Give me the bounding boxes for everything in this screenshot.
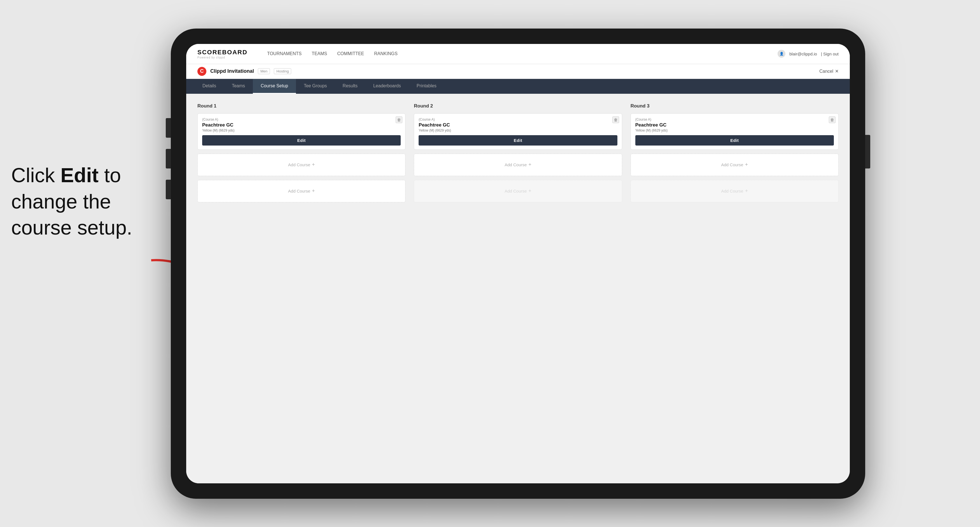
- rounds-grid: Round 1 🗑 (Course A) Peachtree GC Yellow…: [197, 103, 838, 206]
- event-bar: C Clippd Invitational Men Hosting Cancel…: [186, 64, 850, 79]
- round-3-course-label: (Course A): [635, 117, 834, 121]
- tab-printables[interactable]: Printables: [409, 79, 444, 94]
- main-content: Round 1 🗑 (Course A) Peachtree GC Yellow…: [186, 94, 850, 483]
- round-1-add-course-1[interactable]: Add Course +: [197, 154, 406, 176]
- annotation-text: Click Edit tochange thecourse setup.: [11, 162, 132, 241]
- nav-links: TOURNAMENTS TEAMS COMMITTEE RANKINGS: [267, 51, 764, 56]
- tab-leaderboards[interactable]: Leaderboards: [365, 79, 409, 94]
- round-1-add-icon-1: +: [312, 162, 315, 168]
- round-2-course-card: 🗑 (Course A) Peachtree GC Yellow (M) (66…: [414, 113, 622, 150]
- tab-results[interactable]: Results: [335, 79, 365, 94]
- gender-badge: Men: [258, 68, 270, 74]
- cancel-icon: ✕: [835, 68, 838, 74]
- nav-right: 👤 blair@clippd.io | Sign out: [778, 50, 838, 58]
- round-3-column: Round 3 🗑 (Course A) Peachtree GC Yellow…: [630, 103, 838, 206]
- round-1-add-course-2[interactable]: Add Course +: [197, 180, 406, 202]
- round-1-add-icon-2: +: [312, 188, 315, 194]
- cancel-label: Cancel: [819, 69, 833, 74]
- nav-teams[interactable]: TEAMS: [312, 51, 327, 56]
- user-email: blair@clippd.io: [789, 51, 817, 56]
- round-3-course-details: Yellow (M) (6629 yds): [635, 129, 834, 132]
- round-1-header: Round 1: [197, 103, 406, 109]
- nav-rankings[interactable]: RANKINGS: [374, 51, 398, 56]
- status-badge: Hosting: [274, 68, 291, 74]
- round-2-delete-button[interactable]: 🗑: [612, 116, 619, 123]
- volume-up-button[interactable]: [166, 118, 171, 138]
- round-2-add-course-1[interactable]: Add Course +: [414, 154, 622, 176]
- round-3-course-card: 🗑 (Course A) Peachtree GC Yellow (M) (66…: [630, 113, 838, 150]
- round-1-course-details: Yellow (M) (6629 yds): [202, 129, 401, 132]
- round-2-add-icon-1: +: [528, 162, 531, 168]
- round-2-column: Round 2 🗑 (Course A) Peachtree GC Yellow…: [414, 103, 622, 206]
- event-info: C Clippd Invitational Men Hosting: [197, 67, 291, 76]
- logo-area: SCOREBOARD Powered by clippd: [197, 49, 248, 59]
- round-2-edit-button[interactable]: Edit: [418, 135, 617, 146]
- round-2-course-name: Peachtree GC: [418, 122, 617, 128]
- tab-bar: Details Teams Course Setup Tee Groups Re…: [186, 79, 850, 94]
- round-1-add-label-1: Add Course: [288, 162, 310, 167]
- annotation-bold: Edit: [60, 164, 99, 186]
- round-3-add-icon-1: +: [745, 162, 748, 168]
- round-2-add-label-2: Add Course: [504, 189, 527, 194]
- round-1-course-name: Peachtree GC: [202, 122, 401, 128]
- round-1-column: Round 1 🗑 (Course A) Peachtree GC Yellow…: [197, 103, 406, 206]
- round-3-add-icon-2: +: [745, 188, 748, 194]
- sign-out-link[interactable]: | Sign out: [821, 51, 838, 56]
- event-logo: C: [197, 67, 206, 76]
- round-1-edit-button[interactable]: Edit: [202, 135, 401, 146]
- mute-button[interactable]: [166, 180, 171, 199]
- round-2-course-details: Yellow (M) (6629 yds): [418, 129, 617, 132]
- round-3-add-course-1[interactable]: Add Course +: [630, 154, 838, 176]
- tab-course-setup[interactable]: Course Setup: [253, 79, 296, 94]
- volume-down-button[interactable]: [166, 149, 171, 168]
- round-1-course-label: (Course A): [202, 117, 401, 121]
- round-3-delete-button[interactable]: 🗑: [829, 116, 835, 123]
- round-2-add-icon-2: +: [528, 188, 531, 194]
- round-3-edit-button[interactable]: Edit: [635, 135, 834, 146]
- round-2-add-course-2: Add Course +: [414, 180, 622, 202]
- round-3-add-label-2: Add Course: [721, 189, 743, 194]
- tablet-screen: SCOREBOARD Powered by clippd TOURNAMENTS…: [186, 44, 850, 483]
- round-3-course-name: Peachtree GC: [635, 122, 834, 128]
- event-logo-letter: C: [200, 68, 204, 74]
- round-2-add-label-1: Add Course: [504, 162, 527, 167]
- top-nav: SCOREBOARD Powered by clippd TOURNAMENTS…: [186, 44, 850, 64]
- nav-tournaments[interactable]: TOURNAMENTS: [267, 51, 302, 56]
- tab-details[interactable]: Details: [195, 79, 224, 94]
- power-button[interactable]: [865, 135, 870, 168]
- tab-tee-groups[interactable]: Tee Groups: [296, 79, 335, 94]
- round-3-header: Round 3: [630, 103, 838, 109]
- tablet-device: SCOREBOARD Powered by clippd TOURNAMENTS…: [171, 29, 865, 499]
- round-3-add-label-1: Add Course: [721, 162, 743, 167]
- cancel-button[interactable]: Cancel ✕: [819, 68, 838, 74]
- round-1-delete-button[interactable]: 🗑: [396, 116, 402, 123]
- tab-teams[interactable]: Teams: [224, 79, 253, 94]
- round-2-course-label: (Course A): [418, 117, 617, 121]
- annotation-prefix: Click: [11, 164, 60, 186]
- logo-sub: Powered by clippd: [197, 56, 248, 59]
- round-1-course-card: 🗑 (Course A) Peachtree GC Yellow (M) (66…: [197, 113, 406, 150]
- nav-committee[interactable]: COMMITTEE: [337, 51, 364, 56]
- round-1-add-label-2: Add Course: [288, 189, 310, 194]
- event-name: Clippd Invitational: [210, 68, 254, 74]
- round-3-add-course-2: Add Course +: [630, 180, 838, 202]
- user-avatar: 👤: [778, 50, 785, 58]
- logo-text: SCOREBOARD: [197, 49, 248, 56]
- round-2-header: Round 2: [414, 103, 622, 109]
